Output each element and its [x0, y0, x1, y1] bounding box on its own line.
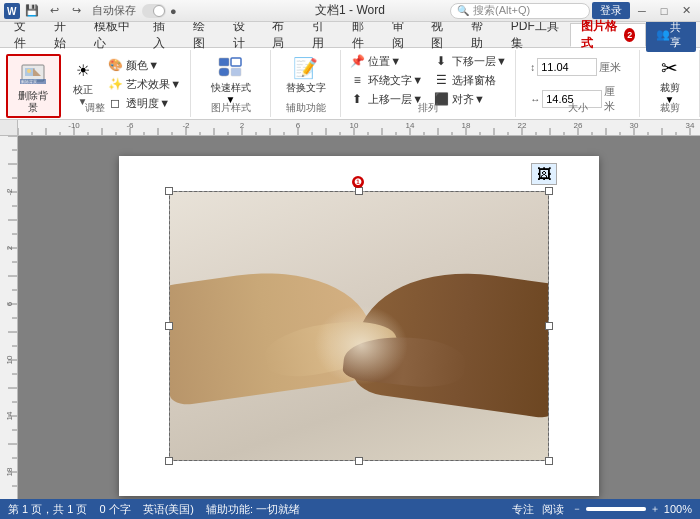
minimize-button[interactable]: ─: [632, 2, 652, 20]
color-label: 颜色▼: [126, 58, 159, 73]
zoom-fill: [586, 507, 646, 511]
svg-text:W: W: [7, 6, 17, 17]
undo-button[interactable]: ↩: [44, 2, 64, 20]
svg-rect-9: [231, 58, 241, 66]
word-logo: W: [4, 3, 20, 19]
move-forward-icon: ⬆: [349, 91, 365, 107]
tab-help[interactable]: 帮助: [461, 23, 501, 47]
ribbon-group-picture-style: 快速样式 ▼ 图片样式: [191, 50, 271, 117]
ribbon-tabs: 文件 开始 模板中心 插入 绘图 设计 布局 引用 邮件 审阅 视图 帮助 PD…: [0, 22, 700, 48]
ribbon-group-size: ↕ 厘米 ↔ 厘米 大小: [516, 50, 640, 117]
svg-rect-11: [231, 68, 241, 76]
redo-button[interactable]: ↪: [66, 2, 86, 20]
page-count: 第 1 页，共 1 页: [8, 502, 87, 517]
delete-background-label: 删除背景: [14, 90, 53, 114]
wrap-text-icon: ≡: [349, 72, 365, 88]
transparency-button[interactable]: ◻ 透明度▼: [104, 94, 184, 112]
save-button[interactable]: 💾: [22, 2, 42, 20]
align-button[interactable]: ⬛ 对齐▼: [430, 90, 510, 108]
maximize-button[interactable]: □: [654, 2, 674, 20]
handle-bottom-right[interactable]: [545, 457, 553, 465]
picture-style-label: 图片样式: [211, 101, 251, 115]
svg-rect-10: [219, 68, 229, 76]
document-area: ❶ 🖼: [0, 136, 700, 499]
art-effect-icon: ✨: [107, 76, 123, 92]
tab-picture-format[interactable]: 图片格式 2: [570, 23, 646, 47]
tab-file[interactable]: 文件: [4, 23, 44, 47]
delete-background-button[interactable]: 删除背景 删除背景: [6, 54, 61, 118]
crop-icon: ✂: [656, 54, 684, 82]
tab-references[interactable]: 引用: [302, 23, 342, 47]
handle-mid-right[interactable]: [545, 322, 553, 330]
position-button[interactable]: 📌 位置▼: [346, 52, 426, 70]
svg-point-5: [27, 69, 31, 73]
document-scroll[interactable]: ❶ 🖼: [18, 136, 700, 499]
document-image: [169, 191, 549, 461]
tab-start[interactable]: 开始: [44, 23, 84, 47]
toggle-state: ●: [170, 5, 177, 17]
crop-label: 裁剪: [660, 82, 680, 94]
handle-top-right[interactable]: [545, 187, 553, 195]
correction-label: 校正: [73, 84, 93, 96]
move-backward-button[interactable]: ⬇ 下移一层▼: [430, 52, 510, 70]
handle-bottom-left[interactable]: [165, 457, 173, 465]
title-search-bar[interactable]: 🔍 搜索(Alt+Q): [450, 3, 590, 19]
view-mode[interactable]: 阅读: [542, 502, 564, 517]
zoom-out-icon[interactable]: －: [572, 502, 582, 516]
ribbon-group-crop: ✂ 裁剪 ▼ 裁剪: [640, 50, 700, 117]
light-center: [314, 305, 409, 385]
zoom-in-icon[interactable]: ＋: [650, 502, 660, 516]
position-icon: 📌: [349, 53, 365, 69]
handle-top-left[interactable]: [165, 187, 173, 195]
handle-top-center[interactable]: ❶: [355, 187, 363, 195]
height-unit: 厘米: [599, 60, 621, 75]
image-layout-icon[interactable]: 🖼: [531, 163, 557, 185]
tab-design[interactable]: 设计: [223, 23, 263, 47]
title-right-controls: 🔍 搜索(Alt+Q) 登录 ─ □ ✕: [450, 2, 700, 20]
transparency-icon: ◻: [107, 95, 123, 111]
image-container[interactable]: ❶ 🖼: [169, 191, 549, 461]
tab-mail[interactable]: 邮件: [342, 23, 382, 47]
auto-save-label: 自动保存: [92, 3, 136, 18]
share-label: 共享: [670, 20, 686, 50]
zoom-control[interactable]: － ＋ 100%: [572, 502, 692, 516]
wrap-text-button[interactable]: ≡ 环绕文字▼: [346, 71, 426, 89]
tab-badge: 2: [624, 28, 635, 42]
close-button[interactable]: ✕: [676, 2, 696, 20]
position-label: 位置▼: [368, 54, 401, 69]
word-count: 0 个字: [99, 502, 130, 517]
ribbon-group-accessibility: 📝 替换文字 辅助功能: [271, 50, 341, 117]
tab-draw[interactable]: 绘图: [183, 23, 223, 47]
height-input[interactable]: [537, 58, 597, 76]
document-page: ❶ 🖼: [119, 156, 599, 496]
quick-style-button[interactable]: 快速样式 ▼: [207, 52, 255, 107]
tab-view[interactable]: 视图: [421, 23, 461, 47]
wrap-text-label: 环绕文字▼: [368, 73, 423, 88]
ruler-corner: [0, 120, 18, 135]
focus-mode[interactable]: 专注: [512, 502, 534, 517]
login-button[interactable]: 登录: [592, 2, 630, 19]
ribbon-group-adjust: 删除背景 删除背景 ☀ 校正 ▼ 🎨 颜色▼ ✨ 艺术效果▼: [0, 50, 191, 117]
share-button[interactable]: 👥 共享: [646, 18, 696, 52]
alt-text-button[interactable]: 📝 替换文字: [282, 52, 330, 96]
accessibility-label: 辅助功能: [286, 101, 326, 115]
move-forward-button[interactable]: ⬆ 上移一层▼: [346, 90, 426, 108]
tab-insert[interactable]: 插入: [143, 23, 183, 47]
crop-button[interactable]: ✂ 裁剪 ▼: [652, 52, 688, 107]
selection-pane-button[interactable]: ☰ 选择窗格: [430, 71, 510, 89]
move-backward-label: 下移一层▼: [452, 54, 507, 69]
quick-style-icon: [217, 54, 245, 82]
tab-review[interactable]: 审阅: [382, 23, 422, 47]
auto-save-toggle[interactable]: [142, 4, 166, 18]
tab-layout[interactable]: 布局: [262, 23, 302, 47]
zoom-level: 100%: [664, 503, 692, 515]
color-icon: 🎨: [107, 57, 123, 73]
svg-rect-8: [219, 58, 229, 66]
handle-bottom-center[interactable]: [355, 457, 363, 465]
tab-template[interactable]: 模板中心: [84, 23, 144, 47]
quick-style-label: 快速样式: [211, 82, 251, 94]
color-button[interactable]: 🎨 颜色▼: [104, 56, 184, 74]
tab-pdf[interactable]: PDF工具集: [501, 23, 570, 47]
art-effect-button[interactable]: ✨ 艺术效果▼: [104, 75, 184, 93]
handle-mid-left[interactable]: [165, 322, 173, 330]
